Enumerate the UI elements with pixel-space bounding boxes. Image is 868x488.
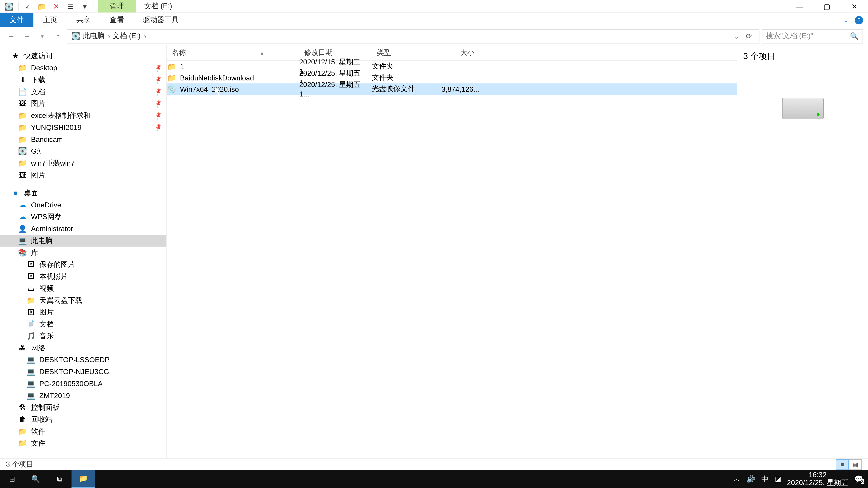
iso-icon: 💿 [167,84,176,94]
tree-tianyi[interactable]: 📁天翼云盘下载 [0,294,166,306]
tree-gdrive[interactable]: 💽G:\ [0,145,166,157]
folder-icon: 📁 [167,73,176,83]
taskbar-search[interactable]: 🔍 [24,470,48,488]
refresh-button[interactable]: ⟳ [742,32,755,40]
cloud-icon: ☁ [18,212,27,222]
view-icons-button[interactable]: ▦ [849,459,862,470]
address-dropdown-icon[interactable]: ⌄ [734,32,740,40]
qat-props-icon[interactable]: ☰ [65,1,75,11]
qat-dropdown-icon[interactable]: ▾ [79,1,90,11]
music-icon: 🎵 [26,331,36,341]
task-view-button[interactable]: ⧉ [48,470,71,488]
tree-pc2[interactable]: 💻DESKTOP-NJEU3CG [0,366,166,378]
tree-quick-access[interactable]: ★快速访问 [0,50,166,62]
search-icon[interactable]: 🔍 [850,32,859,40]
pc-icon: 💻 [26,391,36,400]
tree-control-panel[interactable]: 🛠控制面板 [0,401,166,414]
file-row[interactable]: 📁BaiduNetdiskDownload 2020/12/25, 星期五 1.… [167,72,737,84]
column-headers[interactable]: 名称▲ 修改日期 类型 大小 [167,45,737,61]
col-type[interactable]: 类型 [372,48,432,58]
tree-saved-pictures[interactable]: 🖼保存的图片 [0,258,166,270]
tab-home[interactable]: 主页 [33,13,67,27]
tab-share[interactable]: 共享 [67,13,100,27]
tree-recycle[interactable]: 🗑回收站 [0,414,166,425]
breadcrumb-drive-e[interactable]: 文档 (E:) [113,31,146,41]
tree-libraries[interactable]: 📚库 [0,247,166,259]
taskbar[interactable]: ⊞ 🔍 ⧉ 📁 ︿ 🔊 中 ◪ 16:32 2020/12/25, 星期五 💬3 [0,470,868,488]
tree-pictures2[interactable]: 🖼图片 [0,169,166,181]
ribbon-expand-icon[interactable]: ⌄ [843,16,849,24]
history-dropdown-icon[interactable]: ▾ [36,30,49,43]
doc-icon: 📄 [18,87,27,96]
title-bar: 💽 ☑ 📁 ✕ ☰ ▾ 管理 文档 (E:) — ▢ ✕ [0,0,868,13]
folder-icon: 📁 [18,427,27,436]
pc-icon: 💻 [26,367,36,377]
tray-app-icon[interactable]: ◪ [774,475,781,483]
tray-overflow-icon[interactable]: ︿ [733,474,741,484]
file-list[interactable]: 名称▲ 修改日期 类型 大小 📁1 2020/12/15, 星期二 1... 文… [167,45,737,458]
app-icon[interactable]: 💽 [4,1,14,11]
col-name[interactable]: 名称▲ [167,48,299,58]
volume-icon[interactable]: 🔊 [746,475,755,483]
tree-documents[interactable]: 📄文档 [0,86,166,98]
tree-excel[interactable]: 📁excel表格制作求和 [0,109,166,122]
address-bar[interactable]: 💽 此电脑 文档 (E:) ⌄ ⟳ [67,29,759,43]
tree-network[interactable]: 🖧网络 [0,342,166,354]
tree-yunqishi[interactable]: 📁YUNQISHI2019 [0,122,166,133]
tree-pictures[interactable]: 🖼图片 [0,98,166,109]
start-button[interactable]: ⊞ [0,470,24,488]
tree-this-pc[interactable]: 💻此电脑 [0,235,166,247]
file-row[interactable]: 📁1 2020/12/15, 星期二 1... 文件夹 [167,61,737,72]
tree-onedrive[interactable]: ☁OneDrive [0,199,166,211]
file-row-selected[interactable]: 💿Win7x64_2020.iso 2020/12/25, 星期五 1... 光… [167,84,737,95]
tree-downloads[interactable]: ⬇下载 [0,74,166,86]
tree-pc4[interactable]: 💻ZMT2019 [0,390,166,402]
tab-view[interactable]: 查看 [100,13,133,27]
help-icon[interactable]: ? [855,16,863,24]
status-bar: 3 个项目 ≡ ▦ [0,458,868,470]
ribbon-context-tab[interactable]: 管理 [98,0,136,12]
tree-file[interactable]: 📁文件 [0,437,166,449]
tree-desktop[interactable]: 📁Desktop [0,62,166,74]
tree-wps[interactable]: ☁WPS网盘 [0,211,166,223]
tray-clock[interactable]: 16:32 2020/12/25, 星期五 [787,471,848,487]
col-date[interactable]: 修改日期 [299,48,372,58]
forward-button[interactable]: → [20,30,33,43]
tree-pictures3[interactable]: 🖼图片 [0,306,166,318]
up-button[interactable]: ↑ [51,30,64,43]
qat-checkbox-icon[interactable]: ☑ [22,1,33,11]
qat-close-red-icon[interactable]: ✕ [51,1,61,11]
back-button[interactable]: ← [5,30,18,43]
maximize-button[interactable]: ▢ [813,0,840,13]
system-tray[interactable]: ︿ 🔊 中 ◪ 16:32 2020/12/25, 星期五 💬3 [733,471,868,487]
tree-local-photos[interactable]: 🖼本机照片 [0,270,166,283]
breadcrumb-this-pc[interactable]: 此电脑 [83,31,110,41]
tree-pc3[interactable]: 💻PC-20190530OBLA [0,378,166,390]
folder-icon: 📁 [18,135,27,144]
folder-icon: 📁 [18,63,27,73]
taskbar-explorer[interactable]: 📁 [71,470,95,488]
tab-drive-tools[interactable]: 驱动器工具 [133,13,188,27]
navigation-tree[interactable]: ★快速访问 📁Desktop ⬇下载 📄文档 🖼图片 📁excel表格制作求和 … [0,45,167,458]
pc-icon: 💻 [26,379,36,388]
tree-video[interactable]: 🎞视频 [0,283,166,294]
user-icon: 👤 [18,224,27,234]
tree-music[interactable]: 🎵音乐 [0,330,166,342]
tree-pc1[interactable]: 💻DESKTOP-LSSOEDP [0,354,166,366]
tree-bandicam[interactable]: 📁Bandicam [0,133,166,145]
ime-indicator[interactable]: 中 [761,474,769,484]
tree-docs2[interactable]: 📄文档 [0,318,166,330]
close-button[interactable]: ✕ [840,0,868,13]
tab-file[interactable]: 文件 [0,13,33,27]
tree-soft[interactable]: 📁软件 [0,425,166,437]
search-box[interactable]: 搜索"文档 (E:)" 🔍 [762,29,863,43]
minimize-button[interactable]: — [786,0,813,13]
action-center-icon[interactable]: 💬3 [854,475,863,483]
qat-folder-icon[interactable]: 📁 [36,1,47,11]
tree-win7[interactable]: 📁win7重装win7 [0,157,166,169]
tree-desktop-root[interactable]: ■桌面 [0,187,166,199]
col-size[interactable]: 大小 [432,48,479,58]
window-title: 文档 (E:) [136,0,180,12]
view-details-button[interactable]: ≡ [836,459,849,470]
tree-admin[interactable]: 👤Administrator [0,223,166,235]
